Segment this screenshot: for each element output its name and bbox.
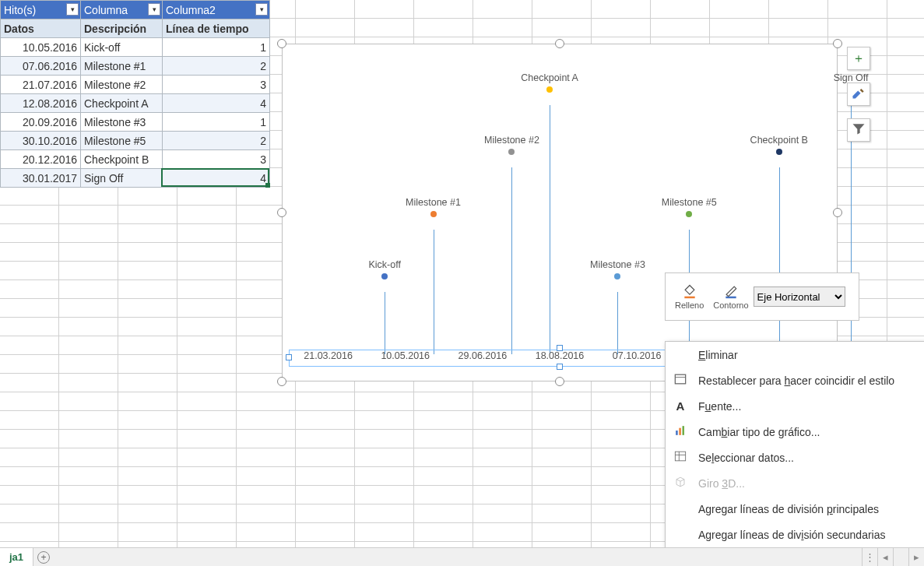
chart-resize-handle[interactable] [555, 377, 564, 386]
scroll-right-icon[interactable]: ▸ [908, 548, 924, 566]
sheet-tab-bar: ja1 + ⋮ ◂ ▸ [0, 547, 924, 566]
cell[interactable]: 07.06.2016 [1, 57, 81, 76]
table-row[interactable]: 21.07.2016Milestone #23 [1, 76, 270, 94]
chart-resize-handle[interactable] [277, 377, 286, 386]
chart-resize-handle[interactable] [555, 39, 564, 48]
sheet-tab[interactable]: ja1 [0, 548, 33, 566]
cell[interactable]: Milestone #2 [81, 76, 163, 94]
subheader[interactable]: Línea de tiempo [163, 19, 270, 38]
ctx-font[interactable]: A Fuente... [666, 393, 924, 419]
chart-stem [434, 230, 434, 354]
chart-marker[interactable] [430, 211, 437, 217]
chart-resize-handle[interactable] [833, 208, 842, 217]
cell[interactable]: 30.10.2016 [1, 132, 81, 150]
cell[interactable]: 2 [163, 132, 270, 150]
cell[interactable]: Milestone #5 [81, 132, 163, 150]
subheader[interactable]: Descripción [81, 19, 163, 38]
table-row[interactable]: 30.01.2017Sign Off4 [1, 169, 270, 188]
outline-button[interactable]: Contorno [708, 283, 753, 310]
table-row[interactable]: 20.09.2016Milestone #31 [1, 113, 270, 132]
plus-icon: ＋ [852, 51, 865, 67]
chart-object[interactable]: Kick-offMilestone #1Milestone #2Checkpoi… [282, 44, 838, 381]
cell[interactable]: 20.12.2016 [1, 150, 81, 169]
chart-type-icon [670, 423, 690, 441]
svg-rect-1 [676, 431, 678, 435]
select-data-icon [670, 448, 690, 466]
ctx-reset-style[interactable]: Restablecer para hacer coincidir el esti… [666, 367, 924, 393]
ctx-major-gridlines[interactable]: Agregar líneas de división principales [666, 496, 924, 522]
table-row[interactable]: 30.10.2016Milestone #52 [1, 132, 270, 150]
chart-filter-button[interactable] [847, 118, 870, 142]
brush-icon [851, 85, 866, 104]
chart-data-label: Checkpoint B [750, 135, 808, 146]
cell[interactable]: 2 [163, 57, 270, 76]
axis-handle[interactable] [557, 364, 563, 370]
fill-label: Relleno [675, 301, 704, 310]
chart-data-label: Milestone #2 [484, 135, 539, 146]
dots-icon[interactable]: ⋮ [862, 548, 877, 566]
axis-handle[interactable] [557, 345, 563, 351]
chart-resize-handle[interactable] [277, 208, 286, 217]
font-icon: A [670, 399, 690, 413]
chart-resize-handle[interactable] [277, 39, 286, 48]
cell[interactable]: 12.08.2016 [1, 94, 81, 113]
cell[interactable]: Milestone #1 [81, 57, 163, 76]
filter-dropdown-icon[interactable]: ▾ [255, 3, 268, 16]
mini-toolbar: Relleno Contorno Eje Horizontal [665, 272, 859, 321]
reset-icon [670, 371, 690, 389]
cell[interactable]: 30.01.2017 [1, 169, 81, 188]
x-tick: 21.03.2016 [290, 350, 367, 366]
cell[interactable]: 3 [163, 150, 270, 169]
chart-resize-handle[interactable] [833, 39, 842, 48]
new-sheet-button[interactable]: + [33, 548, 54, 566]
axis-handle[interactable] [286, 354, 292, 360]
chart-marker[interactable] [686, 211, 692, 217]
cell[interactable]: 21.07.2016 [1, 76, 81, 94]
ctx-select-data[interactable]: Seleccionar datos... [666, 445, 924, 470]
x-tick: 29.06.2016 [444, 350, 521, 366]
chart-marker[interactable] [614, 273, 620, 279]
scroll-left-icon[interactable]: ◂ [877, 548, 893, 566]
cell[interactable]: 3 [163, 76, 270, 94]
chart-elements-button[interactable]: ＋ [847, 47, 870, 70]
col-header-columna[interactable]: Columna▾ [81, 1, 163, 19]
ctx-change-chart-type[interactable]: Cambiar tipo de gráfico... [666, 419, 924, 445]
chart-marker[interactable] [546, 86, 553, 93]
chart-marker[interactable] [776, 149, 782, 155]
chart-styles-button[interactable] [847, 83, 870, 106]
cell[interactable]: Sign Off [81, 169, 163, 188]
axis-selector[interactable]: Eje Horizontal [754, 287, 845, 307]
chart-data-label: Milestone #1 [406, 197, 461, 208]
chart-marker[interactable] [381, 273, 388, 279]
cell[interactable]: Kick-off [81, 38, 163, 57]
cell[interactable]: 10.05.2016 [1, 38, 81, 57]
tab-scroll-controls: ⋮ ◂ ▸ [862, 548, 924, 566]
cell[interactable]: 1 [163, 38, 270, 57]
h-scrollbar[interactable] [893, 548, 908, 566]
chart-data-label: Kick-off [368, 259, 400, 270]
filter-dropdown-icon[interactable]: ▾ [148, 3, 160, 16]
table-row[interactable]: 20.12.2016Checkpoint B3 [1, 150, 270, 169]
cell[interactable]: 4 [163, 94, 270, 113]
fill-button[interactable]: Relleno [670, 283, 708, 310]
cell[interactable]: 1 [163, 113, 270, 132]
filter-dropdown-icon[interactable]: ▾ [66, 3, 79, 16]
cell[interactable]: 20.09.2016 [1, 113, 81, 132]
cell[interactable]: Checkpoint B [81, 150, 163, 169]
chart-marker[interactable] [508, 149, 515, 155]
chart-stem [779, 167, 780, 354]
table-header-row: Hito(s)▾ Columna▾ Columna2▾ [1, 1, 270, 19]
ctx-delete[interactable]: Eliminar [666, 342, 924, 367]
cell[interactable]: 4 [163, 169, 270, 188]
table-row[interactable]: 12.08.2016Checkpoint A4 [1, 94, 270, 113]
cell[interactable]: Milestone #3 [81, 113, 163, 132]
ctx-3d-rotation: Giro 3D... [666, 470, 924, 496]
cell[interactable]: Checkpoint A [81, 94, 163, 113]
ctx-minor-gridlines[interactable]: Agregar líneas de división secundarias [666, 522, 924, 547]
x-tick: 07.10.2016 [599, 350, 676, 366]
col-header-hitos[interactable]: Hito(s)▾ [1, 1, 81, 19]
subheader[interactable]: Datos [1, 19, 81, 38]
table-row[interactable]: 07.06.2016Milestone #12 [1, 57, 270, 76]
col-header-columna2[interactable]: Columna2▾ [163, 1, 270, 19]
table-row[interactable]: 10.05.2016Kick-off1 [1, 38, 270, 57]
